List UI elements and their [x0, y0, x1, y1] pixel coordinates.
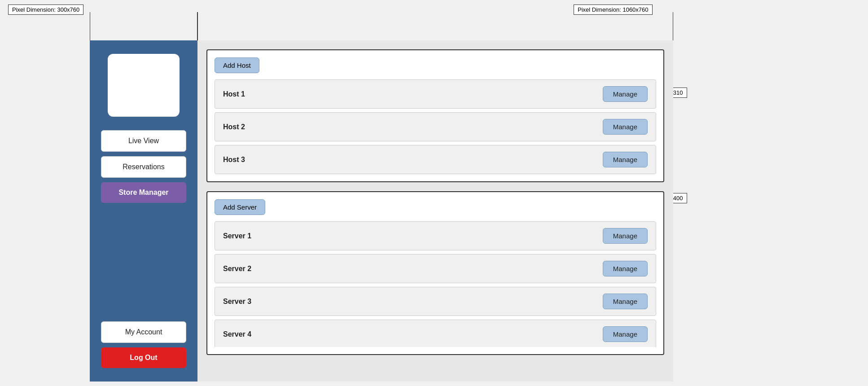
live-view-button[interactable]: Live View: [101, 130, 186, 152]
host-1-name: Host 1: [223, 90, 245, 98]
host-row-3: Host 3 Manage: [215, 145, 656, 174]
sidebar: Live View Reservations Store Manager My …: [90, 40, 197, 382]
host-row-1: Host 1 Manage: [215, 79, 656, 109]
host-2-manage-button[interactable]: Manage: [603, 119, 648, 135]
reservations-button[interactable]: Reservations: [101, 156, 186, 178]
server-row-2: Server 2 Manage: [215, 254, 656, 283]
server-3-name: Server 3: [223, 298, 251, 306]
server-2-manage-button[interactable]: Manage: [603, 261, 648, 276]
server-row-3: Server 3 Manage: [215, 287, 656, 316]
servers-panel: Add Server Server 1 Manage Server 2 Mana…: [206, 191, 664, 355]
add-host-button[interactable]: Add Host: [215, 57, 259, 73]
host-3-name: Host 3: [223, 156, 245, 164]
server-row-4: Server 4 Manage: [215, 320, 656, 347]
server-1-manage-button[interactable]: Manage: [603, 228, 648, 244]
add-server-button[interactable]: Add Server: [215, 199, 265, 215]
my-account-button[interactable]: My Account: [101, 321, 186, 343]
host-1-manage-button[interactable]: Manage: [603, 86, 648, 102]
sidebar-dimension-label: Pixel Dimension: 300x760: [8, 4, 83, 15]
content-bracket-line: [197, 12, 673, 41]
main-wrapper: Live View Reservations Store Manager My …: [90, 40, 673, 382]
log-out-button[interactable]: Log Out: [101, 347, 186, 368]
servers-list: Server 1 Manage Server 2 Manage Server 3…: [215, 221, 656, 347]
hosts-list: Host 1 Manage Host 2 Manage Host 3 Manag…: [215, 79, 656, 174]
store-manager-button[interactable]: Store Manager: [101, 182, 186, 203]
server-4-name: Server 4: [223, 330, 251, 338]
server-row-1: Server 1 Manage: [215, 221, 656, 250]
sidebar-logo: [108, 54, 180, 117]
server-3-manage-button[interactable]: Manage: [603, 294, 648, 309]
content-area: Add Host Host 1 Manage Host 2 Manage Hos…: [197, 40, 673, 382]
server-2-name: Server 2: [223, 265, 251, 273]
host-row-2: Host 2 Manage: [215, 112, 656, 141]
hosts-panel: Add Host Host 1 Manage Host 2 Manage Hos…: [206, 49, 664, 182]
host-3-manage-button[interactable]: Manage: [603, 152, 648, 167]
server-4-manage-button[interactable]: Manage: [603, 326, 648, 342]
sidebar-bracket-line: [90, 12, 197, 41]
host-2-name: Host 2: [223, 123, 245, 131]
server-1-name: Server 1: [223, 232, 251, 240]
